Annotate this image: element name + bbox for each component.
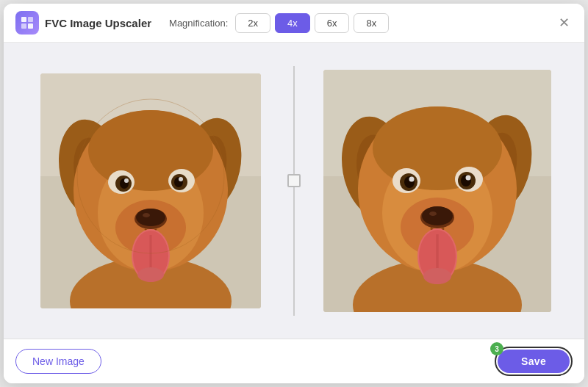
save-wrapper: 3 Save xyxy=(495,347,573,376)
mag-2x-button[interactable]: 2x xyxy=(235,13,270,33)
svg-rect-3 xyxy=(28,23,33,29)
enhanced-image-panel xyxy=(305,62,570,319)
close-button[interactable]: ✕ xyxy=(555,14,573,32)
magnification-buttons: 2x 4x 6x 8x xyxy=(235,13,389,33)
svg-point-47 xyxy=(466,175,471,180)
original-image xyxy=(40,73,261,308)
svg-point-50 xyxy=(422,206,453,225)
footer: New Image 3 Save xyxy=(4,339,584,383)
app-logo-icon xyxy=(15,11,39,35)
svg-point-43 xyxy=(409,176,415,181)
svg-rect-2 xyxy=(21,23,26,29)
mag-8x-button[interactable]: 8x xyxy=(354,13,389,33)
new-image-label: New Image xyxy=(32,355,85,367)
logo-area: FVC Image Upscaler xyxy=(15,11,151,35)
svg-point-54 xyxy=(423,268,451,284)
app-window: FVC Image Upscaler Magnification: 2x 4x … xyxy=(4,4,584,383)
svg-rect-0 xyxy=(21,17,26,22)
svg-point-28 xyxy=(137,267,164,282)
divider-line xyxy=(293,66,295,316)
svg-point-24 xyxy=(136,209,165,226)
save-badge: 3 xyxy=(490,342,503,355)
svg-point-51 xyxy=(429,211,437,216)
divider xyxy=(283,187,305,195)
save-button[interactable]: Save xyxy=(498,350,570,373)
svg-point-17 xyxy=(124,178,129,183)
svg-rect-1 xyxy=(28,17,33,22)
save-area: 3 Save xyxy=(495,347,573,376)
divider-handle[interactable] xyxy=(287,174,301,187)
main-content xyxy=(4,43,584,339)
original-image-panel xyxy=(18,66,283,316)
new-image-button[interactable]: New Image xyxy=(15,349,101,374)
svg-point-21 xyxy=(179,177,183,181)
mag-4x-button[interactable]: 4x xyxy=(275,13,310,33)
close-icon: ✕ xyxy=(559,15,570,31)
enhanced-image xyxy=(323,70,551,312)
header: FVC Image Upscaler Magnification: 2x 4x … xyxy=(4,4,584,43)
mag-6x-button[interactable]: 6x xyxy=(315,13,350,33)
svg-point-25 xyxy=(143,213,150,217)
save-label: Save xyxy=(521,355,546,367)
magnification-label: Magnification: xyxy=(169,18,228,29)
app-title: FVC Image Upscaler xyxy=(45,17,151,29)
